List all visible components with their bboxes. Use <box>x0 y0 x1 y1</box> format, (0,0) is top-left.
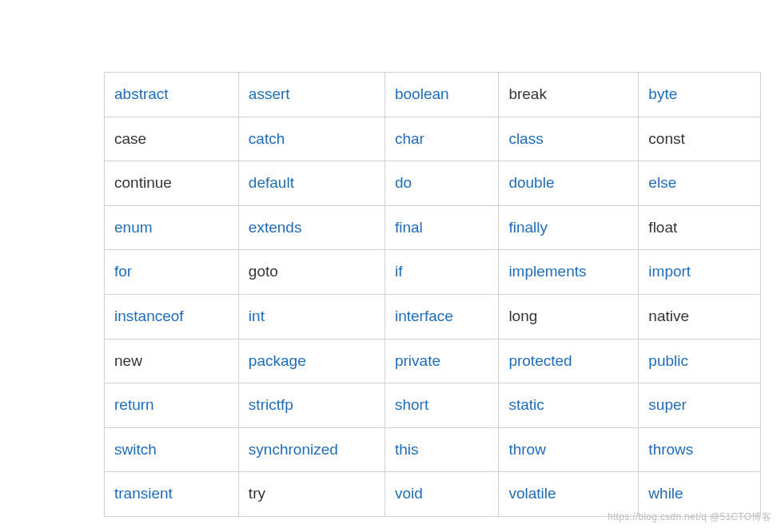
table-row: newpackageprivateprotectedpublic <box>105 339 761 383</box>
keyword-cell[interactable]: synchronized <box>238 427 385 472</box>
keyword-cell[interactable]: interface <box>385 294 498 339</box>
keyword-link[interactable]: void <box>395 485 423 502</box>
keyword-link[interactable]: instanceof <box>114 308 184 324</box>
keyword-link[interactable]: for <box>114 263 132 280</box>
keyword-cell[interactable]: enum <box>105 205 239 250</box>
keyword-cell[interactable]: protected <box>499 339 639 383</box>
keyword-link[interactable]: abstract <box>114 85 169 102</box>
keyword-cell[interactable]: short <box>385 383 498 428</box>
keyword-link[interactable]: package <box>249 352 306 369</box>
keyword-cell: float <box>639 205 761 250</box>
keyword-cell: case <box>105 117 239 161</box>
keyword-cell[interactable]: void <box>385 472 498 517</box>
keyword-cell[interactable]: throw <box>499 427 639 472</box>
keyword-link[interactable]: boolean <box>395 85 449 102</box>
keyword-cell[interactable]: for <box>105 250 239 295</box>
keyword-cell[interactable]: double <box>499 161 639 206</box>
keyword-link[interactable]: extends <box>249 219 302 236</box>
keyword-text: try <box>249 485 265 502</box>
keyword-cell[interactable]: import <box>639 250 761 295</box>
keyword-cell[interactable]: class <box>499 117 639 161</box>
keyword-link[interactable]: catch <box>249 130 285 147</box>
keyword-cell[interactable]: implements <box>499 250 639 295</box>
keywords-table-container: abstractassertbooleanbreakbytecasecatchc… <box>104 72 761 517</box>
keyword-cell[interactable]: static <box>499 383 639 428</box>
keyword-link[interactable]: byte <box>648 85 677 102</box>
keyword-text: native <box>648 308 689 324</box>
keyword-link[interactable]: transient <box>114 485 173 502</box>
keyword-cell[interactable]: throws <box>639 427 761 472</box>
keyword-cell[interactable]: package <box>238 339 385 383</box>
keyword-link[interactable]: while <box>648 485 683 502</box>
keyword-link[interactable]: private <box>395 352 440 369</box>
keyword-link[interactable]: volatile <box>508 485 556 502</box>
keyword-link[interactable]: if <box>395 263 403 280</box>
keyword-cell: continue <box>105 161 239 206</box>
keyword-cell: long <box>499 294 639 339</box>
keyword-cell[interactable]: char <box>385 117 498 161</box>
keyword-cell[interactable]: switch <box>105 427 239 472</box>
keyword-cell[interactable]: return <box>105 383 239 428</box>
keyword-cell[interactable]: super <box>639 383 761 428</box>
keyword-text: new <box>114 352 142 369</box>
keyword-cell[interactable]: int <box>238 294 385 339</box>
keyword-cell[interactable]: final <box>385 205 498 250</box>
keyword-text: float <box>648 219 677 236</box>
keyword-cell: break <box>499 73 639 117</box>
keyword-cell[interactable]: public <box>639 339 761 383</box>
keyword-cell: new <box>105 339 239 383</box>
keyword-cell[interactable]: this <box>385 427 498 472</box>
keyword-cell[interactable]: if <box>385 250 498 295</box>
keyword-cell[interactable]: transient <box>105 472 239 517</box>
keyword-link[interactable]: strictfp <box>249 396 293 413</box>
keyword-link[interactable]: this <box>395 441 419 458</box>
keyword-link[interactable]: default <box>249 174 294 191</box>
keyword-link[interactable]: throws <box>648 441 693 458</box>
keyword-cell[interactable]: boolean <box>385 73 498 117</box>
keyword-link[interactable]: switch <box>114 441 157 458</box>
keyword-text: goto <box>249 263 278 280</box>
keyword-cell[interactable]: abstract <box>105 73 239 117</box>
table-row: switchsynchronizedthisthrowthrows <box>105 427 761 472</box>
keyword-link[interactable]: protected <box>508 352 572 369</box>
keyword-cell[interactable]: do <box>385 161 498 206</box>
keyword-link[interactable]: class <box>508 130 543 147</box>
keyword-cell[interactable]: assert <box>238 73 385 117</box>
keywords-table-body: abstractassertbooleanbreakbytecasecatchc… <box>105 73 761 517</box>
keyword-link[interactable]: enum <box>114 219 153 236</box>
keyword-cell[interactable]: extends <box>238 205 385 250</box>
keyword-cell[interactable]: byte <box>639 73 761 117</box>
keyword-text: case <box>114 130 146 147</box>
keyword-cell: native <box>639 294 761 339</box>
keyword-link[interactable]: int <box>249 308 265 324</box>
keyword-cell[interactable]: strictfp <box>238 383 385 428</box>
keyword-cell[interactable]: private <box>385 339 498 383</box>
keyword-link[interactable]: static <box>508 396 544 413</box>
keyword-link[interactable]: do <box>395 174 412 191</box>
keyword-cell[interactable]: default <box>238 161 385 206</box>
keyword-cell[interactable]: instanceof <box>105 294 239 339</box>
keyword-link[interactable]: else <box>648 174 676 191</box>
keyword-cell: goto <box>238 250 385 295</box>
keyword-link[interactable]: short <box>395 396 428 413</box>
keyword-link[interactable]: throw <box>508 441 545 458</box>
keyword-text: continue <box>114 174 172 191</box>
table-row: casecatchcharclassconst <box>105 117 761 161</box>
keyword-link[interactable]: public <box>648 352 688 369</box>
keyword-link[interactable]: finally <box>508 219 548 236</box>
keyword-link[interactable]: double <box>508 174 554 191</box>
keyword-cell[interactable]: finally <box>499 205 639 250</box>
keyword-text: const <box>648 130 684 147</box>
table-row: instanceofintinterfacelongnative <box>105 294 761 339</box>
keyword-link[interactable]: final <box>395 219 423 236</box>
keyword-link[interactable]: implements <box>508 263 586 280</box>
keyword-link[interactable]: synchronized <box>249 441 338 458</box>
keyword-link[interactable]: char <box>395 130 424 147</box>
keyword-link[interactable]: return <box>114 396 154 413</box>
keyword-link[interactable]: assert <box>249 85 290 102</box>
keyword-link[interactable]: super <box>648 396 687 413</box>
keyword-link[interactable]: import <box>648 263 691 280</box>
keyword-cell[interactable]: else <box>639 161 761 206</box>
keyword-cell[interactable]: catch <box>238 117 385 161</box>
keyword-link[interactable]: interface <box>395 308 453 324</box>
